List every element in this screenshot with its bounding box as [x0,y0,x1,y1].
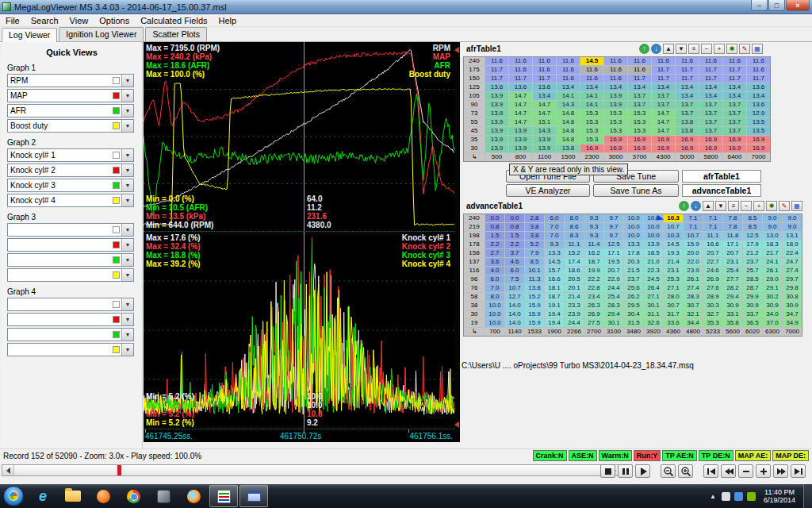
table-cell[interactable]: 30.7 [684,302,703,310]
table-cell[interactable]: 11.6 [628,66,651,74]
table-cell[interactable]: 14.8 [557,118,580,126]
table-cell[interactable]: 6.0 [545,214,564,222]
table-cell[interactable]: 14.8 [557,127,580,135]
table-cell[interactable]: 18.3 [763,241,782,248]
table-cell[interactable]: 16.9 [699,136,722,144]
table-cell[interactable]: 11.6 [557,75,580,83]
table-cell[interactable]: 13.9 [509,127,532,135]
chevron-down-icon[interactable]: ▼ [121,105,133,117]
table-cell[interactable]: 2.7 [485,249,504,257]
table-cell[interactable]: 13.9 [533,136,556,144]
table-cell[interactable]: 14.1 [557,92,580,100]
table-cell[interactable]: 1.5 [505,232,524,240]
table-cell[interactable]: 17.1 [604,249,623,257]
field-selector[interactable]: ▼ [7,268,134,282]
table-cell[interactable]: 10.1 [525,267,544,275]
tray-clock[interactable]: 11:40 PM 6/19/2014 [760,488,799,505]
taskbar-app-window-icon[interactable] [239,485,268,507]
table-cell[interactable]: 12.7 [505,293,524,301]
table-cell[interactable]: 24.6 [703,267,722,275]
table-cell[interactable]: 11.6 [747,66,770,74]
chevron-down-icon[interactable]: ▼ [121,194,133,206]
table-cell[interactable]: 13.9 [485,118,508,126]
table-cell[interactable]: 11.7 [485,75,508,83]
table-cell[interactable]: 14.1 [580,101,603,109]
table-cell[interactable]: 13.7 [723,127,746,135]
table-cell[interactable]: 14.5 [545,258,564,266]
table-cell[interactable]: 10.7 [684,232,703,240]
table-cell[interactable]: 22.7 [703,258,722,266]
table-cell[interactable]: 20.1 [565,284,584,292]
table-cell[interactable]: 13.5 [747,118,770,126]
chevron-down-icon[interactable]: ▼ [121,254,133,266]
ve-analyzer-button[interactable]: VE Analyzer [506,184,590,197]
table-cell[interactable]: 11.6 [652,57,675,65]
table-cell[interactable]: 20.7 [703,249,722,257]
table-cell[interactable]: 9.0 [763,214,782,222]
table-cell[interactable]: 30.3 [703,302,722,310]
table-cell[interactable]: 10.0 [644,223,663,231]
table-cell[interactable]: 11.7 [699,75,722,83]
table-cell[interactable]: 15.3 [628,118,651,126]
table-cell[interactable]: 33.1 [723,310,742,318]
table-cell[interactable]: 11.7 [723,75,746,83]
table-cell[interactable]: 7.1 [684,223,703,231]
table-cell[interactable]: 14.8 [557,136,580,144]
table-cell[interactable]: 24.4 [565,319,584,327]
table-cell[interactable]: 9.0 [783,214,802,222]
table-cell[interactable]: 34.7 [783,310,802,318]
minimize-button[interactable]: – [751,0,768,11]
chevron-down-icon[interactable]: ▼ [121,239,133,251]
table-cell[interactable]: 27.1 [664,284,683,292]
table-cell[interactable]: 3.8 [525,223,544,231]
table-cell[interactable]: 12.5 [604,241,623,248]
table-cell[interactable]: 12.5 [743,232,762,240]
table-cell[interactable]: 13.7 [699,101,722,109]
tray-icon[interactable] [734,492,743,501]
table-cell[interactable]: 10.0 [624,214,643,222]
table-cell[interactable]: 13.9 [485,136,508,144]
table-cell[interactable]: 14.5 [664,241,683,248]
table-cell[interactable]: 29.4 [604,310,623,318]
table-cell[interactable]: 13.6 [747,101,770,109]
field-selector[interactable]: Knock cyl# 3▼ [7,179,134,192]
table-cell[interactable]: 16.9 [676,136,699,144]
chevron-down-icon[interactable]: ▼ [121,120,133,132]
tray-icon[interactable] [722,492,730,501]
table-cell[interactable]: 7.0 [545,232,564,240]
table-cell[interactable]: 20.3 [624,258,643,266]
table-cell[interactable]: 11.6 [533,66,556,74]
table-cell[interactable]: 10.0 [644,232,663,240]
table-cell[interactable]: 15.3 [604,110,627,117]
table-cell[interactable]: 7.8 [723,214,742,222]
field-selector[interactable]: AFR▼ [7,104,134,117]
table-cell[interactable]: 13.4 [557,83,580,91]
table-cell[interactable]: 2.2 [485,241,504,248]
table-cell[interactable]: 32.1 [684,310,703,318]
table-cell[interactable]: 16.9 [676,144,699,152]
table-cell[interactable]: 26.9 [703,275,722,283]
table-cell[interactable]: 16.9 [628,144,651,152]
table-cell[interactable]: 13.4 [699,92,722,100]
collapse-left-icon[interactable] [454,47,459,53]
table-cell[interactable]: 27.4 [684,284,703,292]
table-cell[interactable]: 30.9 [783,302,802,310]
table-cell[interactable]: 11.6 [533,57,556,65]
table-cell[interactable]: 16.9 [747,144,770,152]
table-cell[interactable]: 23.7 [624,275,643,283]
table-cell[interactable]: 13.9 [485,144,508,152]
table-cell[interactable]: 28.9 [703,293,722,301]
field-selector[interactable]: Boost duty▼ [7,119,134,133]
table-cell[interactable]: 19.4 [545,319,564,327]
table-cell[interactable]: 9.0 [763,223,782,231]
table-cell[interactable]: 9.7 [604,214,623,222]
table-cell[interactable]: 13.4 [580,83,603,91]
table-cell[interactable]: 14.7 [509,110,532,117]
nav-forward-icon[interactable]: ↓ [651,44,661,54]
table-cell[interactable]: 13.8 [676,127,699,135]
table-cell[interactable]: 19.9 [584,267,603,275]
set-value-icon[interactable]: ≡ [728,201,739,211]
graph1-panel[interactable]: Max = 7195.0 (RPM)Max = 240.2 (kPa)Max =… [144,42,454,231]
table-cell[interactable]: 16.9 [604,144,627,152]
table-cell[interactable]: 13.9 [485,127,508,135]
